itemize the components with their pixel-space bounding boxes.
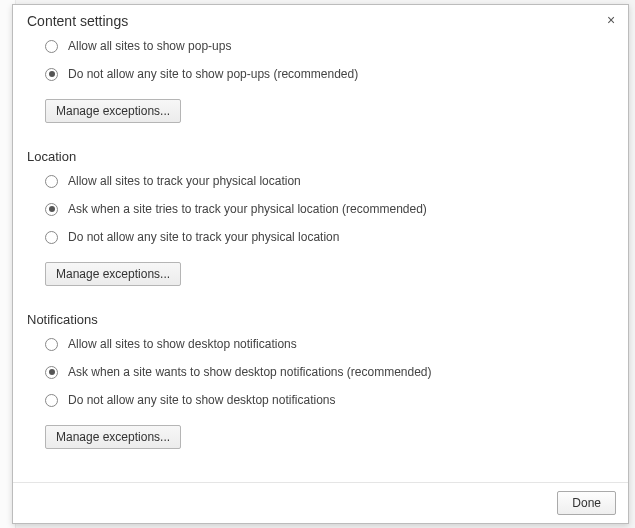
- scroll-area[interactable]: Allow all sites to show pop-ups Do not a…: [27, 39, 626, 478]
- radio-icon[interactable]: [45, 68, 58, 81]
- popups-allow-row[interactable]: Allow all sites to show pop-ups: [45, 39, 618, 53]
- notifications-manage-exceptions-button[interactable]: Manage exceptions...: [45, 425, 181, 449]
- location-ask-row[interactable]: Ask when a site tries to track your phys…: [45, 202, 618, 216]
- btn-label: Manage exceptions...: [56, 267, 170, 281]
- popups-block-label: Do not allow any site to show pop-ups (r…: [68, 67, 358, 81]
- notifications-block-row[interactable]: Do not allow any site to show desktop no…: [45, 393, 618, 407]
- location-block-row[interactable]: Do not allow any site to track your phys…: [45, 230, 618, 244]
- radio-icon[interactable]: [45, 175, 58, 188]
- radio-icon[interactable]: [45, 338, 58, 351]
- close-glyph: ×: [607, 12, 615, 28]
- notifications-allow-row[interactable]: Allow all sites to show desktop notifica…: [45, 337, 618, 351]
- dialog-header: Content settings ×: [13, 5, 628, 35]
- done-button[interactable]: Done: [557, 491, 616, 515]
- radio-icon[interactable]: [45, 366, 58, 379]
- radio-icon[interactable]: [45, 394, 58, 407]
- scroll-filler: [27, 457, 618, 478]
- dialog-footer: Done: [13, 482, 628, 523]
- btn-label: Manage exceptions...: [56, 430, 170, 444]
- notifications-ask-label: Ask when a site wants to show desktop no…: [68, 365, 432, 379]
- notifications-ask-row[interactable]: Ask when a site wants to show desktop no…: [45, 365, 618, 379]
- done-label: Done: [572, 496, 601, 510]
- notifications-block-label: Do not allow any site to show desktop no…: [68, 393, 335, 407]
- location-ask-label: Ask when a site tries to track your phys…: [68, 202, 427, 216]
- location-manage-exceptions-button[interactable]: Manage exceptions...: [45, 262, 181, 286]
- radio-icon[interactable]: [45, 203, 58, 216]
- btn-label: Manage exceptions...: [56, 104, 170, 118]
- popups-allow-label: Allow all sites to show pop-ups: [68, 39, 231, 53]
- close-icon[interactable]: ×: [602, 11, 620, 29]
- notifications-allow-label: Allow all sites to show desktop notifica…: [68, 337, 297, 351]
- location-heading: Location: [27, 149, 618, 164]
- location-allow-label: Allow all sites to track your physical l…: [68, 174, 301, 188]
- popups-block-row[interactable]: Do not allow any site to show pop-ups (r…: [45, 67, 618, 81]
- dialog-title: Content settings: [27, 13, 128, 29]
- location-allow-row[interactable]: Allow all sites to track your physical l…: [45, 174, 618, 188]
- dialog-body: Allow all sites to show pop-ups Do not a…: [13, 35, 628, 482]
- location-block-label: Do not allow any site to track your phys…: [68, 230, 339, 244]
- popups-manage-exceptions-button[interactable]: Manage exceptions...: [45, 99, 181, 123]
- notifications-heading: Notifications: [27, 312, 618, 327]
- radio-icon[interactable]: [45, 40, 58, 53]
- content-settings-dialog: Content settings × Allow all sites to sh…: [12, 4, 629, 524]
- radio-icon[interactable]: [45, 231, 58, 244]
